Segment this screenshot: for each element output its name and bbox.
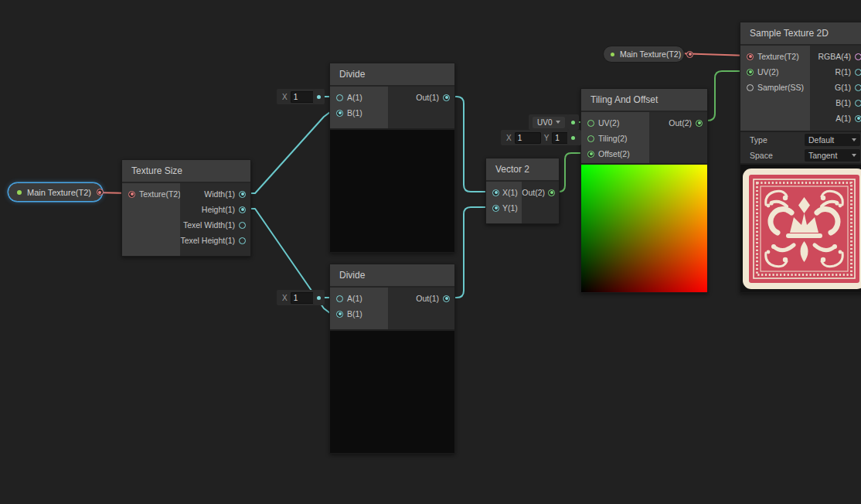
port-row: A(1) xyxy=(330,90,388,105)
port-row: B(1) xyxy=(810,95,861,111)
port-row: Texture(T2) xyxy=(740,49,810,64)
output-port-height[interactable] xyxy=(239,206,246,213)
node-title[interactable]: Divide xyxy=(330,264,454,288)
node-title[interactable]: Vector 2 xyxy=(486,158,559,182)
shader-graph-canvas[interactable]: Main Texture(T2) Main Texture(T2) Textur… xyxy=(0,0,861,504)
port-row: Height(1) xyxy=(180,202,250,217)
node-title[interactable]: Divide xyxy=(330,63,454,87)
node-vector2[interactable]: Vector 2 X(1) Y(1) Out(2) xyxy=(485,158,560,224)
port-row: Out(1) xyxy=(388,90,454,105)
output-port-texel-width[interactable] xyxy=(239,222,246,229)
output-port-a[interactable] xyxy=(855,115,861,122)
uv-connector xyxy=(567,114,579,130)
port-row: Texel Height(1) xyxy=(180,233,250,248)
texture-preview xyxy=(740,163,861,292)
chevron-down-icon xyxy=(852,138,856,141)
property-output-port[interactable] xyxy=(686,51,693,58)
uv-channel-widget[interactable]: UV0 xyxy=(529,114,569,130)
input-port-a[interactable] xyxy=(336,94,343,101)
card-back-texture xyxy=(740,165,861,292)
property-pill-label: Main Texture(T2) xyxy=(620,49,681,59)
node-tiling-and-offset[interactable]: Tiling And Offset UV(2) Tiling(2) Offset… xyxy=(580,88,708,293)
input-port-x[interactable] xyxy=(492,189,499,196)
port-row: Out(2) xyxy=(522,185,559,200)
exposed-property-dot-icon xyxy=(611,53,614,56)
tiling-x-field[interactable]: 1 xyxy=(515,132,541,144)
input-port-b[interactable] xyxy=(336,110,343,117)
node-preview xyxy=(330,128,454,252)
uv-gradient-preview xyxy=(581,163,707,292)
exposed-property-dot-icon xyxy=(17,190,22,195)
port-row: A(1) xyxy=(810,111,861,126)
port-row: Sampler(SS) xyxy=(740,80,810,95)
connector-dot-icon xyxy=(317,95,321,99)
port-row: R(1) xyxy=(810,64,861,80)
chevron-down-icon xyxy=(556,121,560,124)
port-row: Texel Width(1) xyxy=(180,217,250,233)
port-row: UV(2) xyxy=(581,115,649,131)
port-row: RGBA(4) xyxy=(810,49,861,64)
chevron-down-icon xyxy=(852,154,856,157)
connector-dot-icon xyxy=(571,121,575,124)
input-port-texture[interactable] xyxy=(747,53,754,60)
port-row: Out(2) xyxy=(649,115,707,131)
port-row: Width(1) xyxy=(180,186,250,202)
output-port-rgba[interactable] xyxy=(855,53,861,60)
output-port-b[interactable] xyxy=(855,100,861,107)
property-pill-main-texture[interactable]: Main Texture(T2) xyxy=(8,182,103,202)
port-row: A(1) xyxy=(330,291,388,306)
property-pill-label: Main Texture(T2) xyxy=(27,188,91,197)
port-row: UV(2) xyxy=(740,64,810,80)
node-title[interactable]: Sample Texture 2D xyxy=(740,22,861,46)
port-row: Texture(T2) xyxy=(122,186,180,202)
node-divide-top[interactable]: Divide A(1) B(1) Out(1) xyxy=(329,63,455,253)
input-port-a[interactable] xyxy=(336,295,343,302)
output-port-g[interactable] xyxy=(855,84,861,91)
input-port-offset[interactable] xyxy=(587,151,594,158)
divide-bottom-a-connector xyxy=(313,290,325,305)
port-row: Y(1) xyxy=(486,200,522,216)
port-row: Out(1) xyxy=(388,291,454,306)
space-dropdown[interactable]: Tangent xyxy=(805,149,860,162)
port-row: B(1) xyxy=(330,306,388,322)
input-port-texture[interactable] xyxy=(128,191,135,198)
tiling-connector xyxy=(567,130,579,145)
input-port-b[interactable] xyxy=(336,311,343,318)
input-port-y[interactable] xyxy=(492,205,499,212)
output-port-out[interactable] xyxy=(548,189,555,196)
setting-row-type: Type Default xyxy=(740,131,861,148)
node-title[interactable]: Tiling And Offset xyxy=(581,89,707,112)
port-row: Tiling(2) xyxy=(581,131,649,146)
uv-channel-dropdown[interactable]: UV0 xyxy=(533,117,565,128)
output-port-out[interactable] xyxy=(443,295,450,302)
output-port-out[interactable] xyxy=(443,94,450,101)
port-row: G(1) xyxy=(810,80,861,95)
input-port-uv[interactable] xyxy=(747,69,754,76)
divide-top-a-connector xyxy=(313,89,325,104)
type-dropdown[interactable]: Default xyxy=(805,134,860,146)
node-title[interactable]: Texture Size xyxy=(122,160,250,183)
port-row: Offset(2) xyxy=(581,146,649,162)
property-output-port[interactable] xyxy=(97,189,104,196)
input-port-tiling[interactable] xyxy=(587,135,594,142)
port-row: B(1) xyxy=(330,105,388,121)
input-port-uv[interactable] xyxy=(587,120,594,127)
output-port-out[interactable] xyxy=(696,120,703,127)
node-divide-bottom[interactable]: Divide A(1) B(1) Out(1) xyxy=(329,264,455,454)
edge-width-to-divide-top-b[interactable] xyxy=(243,112,339,193)
connector-dot-icon xyxy=(317,296,321,300)
node-sample-texture-2d[interactable]: Sample Texture 2D Texture(T2) UV(2) Samp… xyxy=(740,22,861,293)
output-port-width[interactable] xyxy=(239,191,246,198)
node-preview xyxy=(330,329,454,453)
output-port-texel-height[interactable] xyxy=(239,237,246,244)
property-pill-main-texture-top[interactable]: Main Texture(T2) xyxy=(603,46,685,63)
input-port-sampler[interactable] xyxy=(747,84,754,91)
setting-row-space: Space Tangent xyxy=(740,148,861,163)
node-texture-size[interactable]: Texture Size Texture(T2) Width(1) Height… xyxy=(121,159,251,257)
output-port-r[interactable] xyxy=(855,69,861,76)
port-row: X(1) xyxy=(486,185,522,200)
connector-dot-icon xyxy=(571,136,575,140)
